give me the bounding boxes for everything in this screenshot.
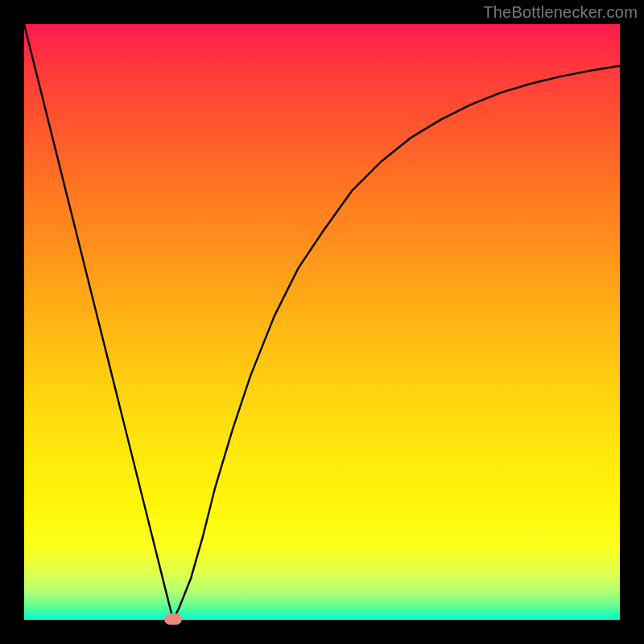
plot-area [24, 24, 620, 620]
curve-svg [24, 24, 620, 620]
chart-container: TheBottlenecker.com [0, 0, 644, 644]
vertex-marker [164, 613, 182, 625]
watermark-text: TheBottlenecker.com [483, 3, 638, 22]
bottleneck-curve [24, 24, 620, 620]
